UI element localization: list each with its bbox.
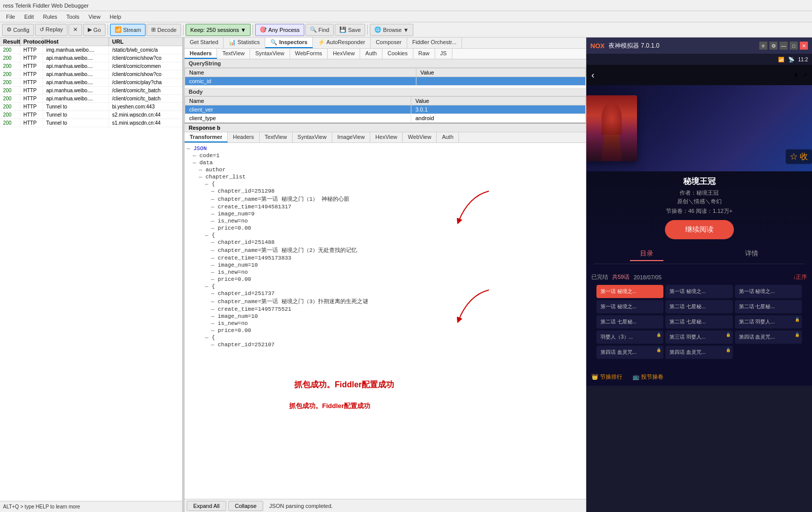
tab-statistics[interactable]: 📊 Statistics bbox=[224, 38, 265, 48]
response-tab-imageview[interactable]: ImageView bbox=[332, 132, 370, 142]
tab-get-started[interactable]: Get Started bbox=[185, 38, 224, 48]
table-row[interactable]: 200 HTTP api.manhua.weibo.... /client/co… bbox=[0, 95, 182, 103]
nox-chapter-item[interactable]: 第二话 七星秘... bbox=[665, 300, 732, 313]
cell-result: 200 bbox=[0, 46, 20, 54]
sessions-table[interactable]: Result Protocol Host URL 200 HTTP img.ma… bbox=[0, 38, 182, 501]
col-header-protocol[interactable]: Protocol bbox=[20, 38, 43, 46]
tab-textview[interactable]: TextView bbox=[217, 49, 250, 59]
response-tab-headers[interactable]: Headers bbox=[228, 132, 260, 142]
find-button[interactable]: 🔍 Find bbox=[305, 24, 334, 36]
upper-tab-bar: Get Started 📊 Statistics 🔍 Inspectors ⚡ … bbox=[185, 38, 586, 49]
tab-js[interactable]: JS bbox=[435, 49, 452, 59]
tab-headers[interactable]: Headers bbox=[185, 49, 217, 59]
nox-maximize-btn[interactable]: □ bbox=[790, 42, 798, 50]
response-tab-hexview[interactable]: HexView bbox=[370, 132, 403, 142]
table-row[interactable]: 200 HTTP api.manhua.weibo.... /client/co… bbox=[0, 54, 182, 62]
tab-autoresponder[interactable]: ⚡ AutoResponder bbox=[313, 38, 371, 48]
nox-sub-tabs: 目录 详情 bbox=[594, 244, 804, 264]
nox-chapter-item[interactable]: 羽婴人（3）... bbox=[596, 331, 663, 344]
nox-sort-button[interactable]: ↓正序 bbox=[793, 273, 807, 281]
tab-inspectors[interactable]: 🔍 Inspectors bbox=[265, 38, 313, 48]
tab-orchestr[interactable]: Fiddler Orchestr... bbox=[407, 38, 462, 48]
nox-chapter-item[interactable]: 第二话 七星秘... bbox=[665, 315, 732, 328]
nox-tab-catalog[interactable]: 目录 bbox=[630, 247, 663, 261]
nox-title-bar: NOX 夜神模拟器 7.0.1.0 ≡ ⚙ — □ ✕ bbox=[586, 38, 812, 54]
nox-share-icon[interactable]: ↗ bbox=[802, 72, 807, 79]
nox-chapter-item[interactable]: 第二话 七星秘... bbox=[596, 315, 663, 328]
nox-settings-btn[interactable]: ⚙ bbox=[769, 42, 778, 50]
nox-close-btn[interactable]: ✕ bbox=[800, 42, 808, 50]
table-row[interactable]: comic_id bbox=[185, 77, 586, 86]
menu-rules[interactable]: Rules bbox=[39, 13, 61, 21]
save-button[interactable]: 💾 Save bbox=[335, 24, 365, 36]
stream-button[interactable]: 📶 Stream bbox=[110, 24, 146, 36]
nox-tab-details[interactable]: 详情 bbox=[735, 247, 768, 261]
response-tab-textview[interactable]: TextView bbox=[260, 132, 293, 142]
table-row[interactable]: 200 HTTP Tunnel to s1.mini.wpscdn.cn:44 bbox=[0, 119, 182, 127]
keep-sessions-button[interactable]: Keep: 250 sessions ▼ bbox=[186, 24, 251, 36]
dropdown-icon: ▼ bbox=[240, 27, 246, 33]
table-row[interactable]: 200 HTTP img.manhua.weibo.... /static/b/… bbox=[0, 46, 182, 54]
replay-button[interactable]: ↺ Replay bbox=[35, 24, 67, 36]
nox-read-button[interactable]: 继续阅读 bbox=[665, 220, 734, 239]
nox-chapter-count: 共59话 bbox=[612, 273, 629, 281]
nox-menu-btn[interactable]: ≡ bbox=[759, 42, 767, 50]
menu-view[interactable]: View bbox=[85, 13, 105, 21]
response-tab-syntaxview[interactable]: SyntaxView bbox=[293, 132, 332, 142]
col-header-result[interactable]: Result bbox=[0, 38, 20, 46]
cell-url: bi.yeshen.com:443 bbox=[109, 103, 182, 111]
nox-chapter-item[interactable]: 第二话 七星秘... bbox=[735, 300, 802, 313]
browse-button[interactable]: 🌐 Browse ▼ bbox=[370, 24, 413, 36]
nox-back-button[interactable]: ‹ bbox=[591, 70, 594, 81]
nox-chapter-item[interactable]: 第一话 秘境之... bbox=[735, 285, 802, 298]
tab-auth[interactable]: Auth bbox=[360, 49, 382, 59]
any-process-button[interactable]: 🎯 Any Process bbox=[255, 24, 304, 36]
menu-help[interactable]: Help bbox=[105, 13, 125, 21]
menu-tools[interactable]: Tools bbox=[62, 13, 84, 21]
nox-ranking-btn[interactable]: 👑 节操排行 bbox=[591, 373, 622, 381]
x-button[interactable]: ✕ bbox=[68, 24, 82, 36]
tab-syntaxview[interactable]: SyntaxView bbox=[250, 49, 290, 59]
go-button[interactable]: ▶ ▶ Go Go bbox=[83, 24, 105, 36]
table-row[interactable]: 200 HTTP api.manhua.weibo.... /client/co… bbox=[0, 79, 182, 87]
expand-all-button[interactable]: Expand All bbox=[187, 501, 226, 511]
table-row[interactable]: client_type android bbox=[185, 114, 586, 123]
nox-chapter-item[interactable]: 第一话 秘境之... bbox=[596, 300, 663, 313]
config-button[interactable]: ⚙ Config bbox=[2, 24, 34, 36]
tab-composer[interactable]: Composer bbox=[371, 38, 407, 48]
col-header-url[interactable]: URL bbox=[109, 38, 182, 46]
menu-file[interactable]: File bbox=[2, 13, 19, 21]
nox-bookmark-btn[interactable]: ☆ 收 bbox=[786, 150, 812, 164]
nox-chapter-item[interactable]: 第二话 羽婴人... bbox=[735, 315, 802, 328]
table-row[interactable]: 200 HTTP api.manhua.weibo.... /client/co… bbox=[0, 62, 182, 70]
table-row[interactable]: 200 HTTP Tunnel to s2.mini.wpscdn.cn:44 bbox=[0, 111, 182, 119]
tab-hexview[interactable]: HexView bbox=[328, 49, 360, 59]
tab-cookies[interactable]: Cookies bbox=[382, 49, 413, 59]
nox-chapter-item[interactable]: 第四话 血灵咒... bbox=[665, 346, 732, 359]
collapse-button[interactable]: Collapse bbox=[228, 501, 263, 511]
table-row[interactable]: 200 HTTP Tunnel to bi.yeshen.com:443 bbox=[0, 103, 182, 111]
tab-webforms[interactable]: WebForms bbox=[290, 49, 328, 59]
table-row[interactable]: client_ver 3.0.1 bbox=[185, 105, 586, 114]
tab-raw[interactable]: Raw bbox=[413, 49, 435, 59]
response-tab-auth[interactable]: Auth bbox=[437, 132, 459, 142]
response-tab-transformer[interactable]: Transformer bbox=[185, 132, 228, 142]
col-header-host[interactable]: Host bbox=[43, 38, 109, 46]
json-line: — { bbox=[187, 283, 584, 290]
response-tab-webview[interactable]: WebView bbox=[403, 132, 437, 142]
menu-edit[interactable]: Edit bbox=[20, 13, 38, 21]
nox-chapter-item[interactable]: 第四话 血灵咒... bbox=[735, 331, 802, 344]
table-row[interactable]: 200 HTTP api.manhua.weibo.... /client/co… bbox=[0, 87, 182, 95]
nox-chapter-item[interactable]: 第一话 秘境之... bbox=[596, 285, 663, 298]
request-tab-bar: Headers TextView SyntaxView WebForms Hex… bbox=[185, 49, 586, 59]
nox-download-icon[interactable]: ⬇ bbox=[794, 72, 798, 79]
nox-minimize-btn[interactable]: — bbox=[780, 42, 788, 50]
json-tree-view[interactable]: — JSON — code=1 — data — author — chapte… bbox=[185, 143, 586, 499]
table-row[interactable]: 200 HTTP api.manhua.weibo.... /client/co… bbox=[0, 70, 182, 79]
cell-result: 200 bbox=[0, 70, 20, 78]
nox-chapter-item[interactable]: 第一话 秘境之... bbox=[665, 285, 732, 298]
nox-chapter-item[interactable]: 第四话 血灵咒... bbox=[596, 346, 663, 359]
nox-chapter-item[interactable]: 第三话 羽婴人... bbox=[665, 331, 732, 344]
decode-button[interactable]: ⊞ Decode bbox=[147, 24, 181, 36]
nox-invest-btn[interactable]: 📺 投节操卷 bbox=[632, 373, 663, 381]
